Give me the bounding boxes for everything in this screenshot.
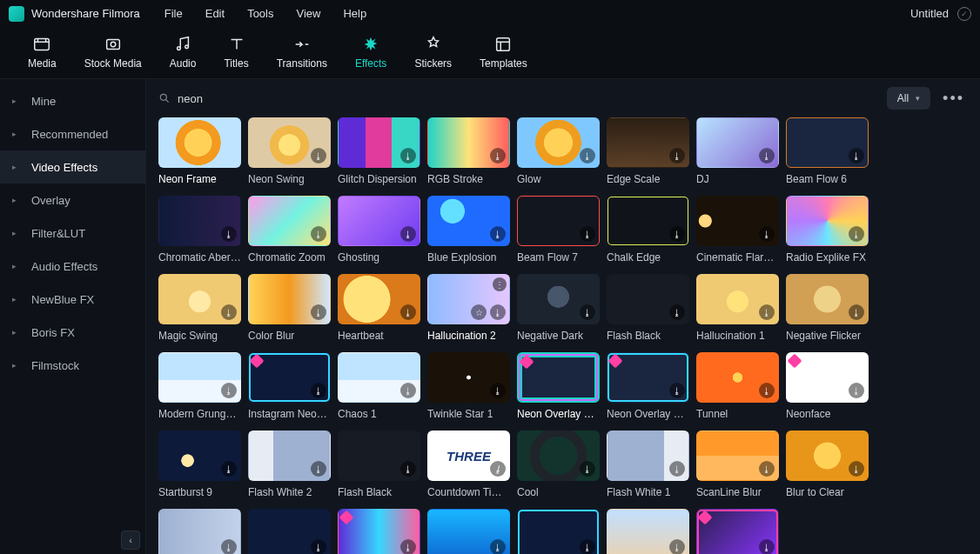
effect-card[interactable]	[517, 509, 600, 554]
menu-help[interactable]: Help	[343, 7, 366, 20]
document-title[interactable]: Untitled	[910, 7, 949, 20]
effect-thumbnail[interactable]	[696, 274, 779, 324]
download-icon[interactable]	[311, 383, 326, 398]
effect-thumbnail[interactable]	[696, 509, 779, 554]
effect-thumbnail[interactable]	[338, 509, 420, 554]
effect-card[interactable]	[607, 509, 689, 554]
download-icon[interactable]	[580, 148, 595, 164]
effect-card[interactable]: Flash Black	[338, 431, 420, 505]
effect-card[interactable]: Edge Scale	[607, 117, 689, 192]
effect-card[interactable]: Glitch Dispersion	[338, 117, 420, 192]
download-icon[interactable]	[400, 383, 416, 398]
effect-thumbnail[interactable]	[427, 352, 510, 403]
effect-card[interactable]: Cinematic Flares 1	[696, 196, 779, 270]
download-icon[interactable]	[669, 226, 685, 242]
effect-card[interactable]: Chaos 1	[338, 352, 420, 427]
effect-thumbnail[interactable]: THREE	[427, 431, 510, 481]
download-icon[interactable]	[759, 226, 775, 242]
sidebar-item-video-effects[interactable]: ▸Video Effects	[0, 150, 145, 184]
tab-media[interactable]: Media	[24, 33, 60, 71]
menu-tools[interactable]: Tools	[247, 7, 273, 20]
effect-thumbnail[interactable]	[786, 196, 869, 246]
effect-card[interactable]: Chalk Edge	[607, 196, 689, 270]
effect-card[interactable]: Radio Explike FX	[786, 196, 869, 270]
effect-thumbnail[interactable]	[517, 352, 600, 403]
sidebar-item-audio-effects[interactable]: ▸Audio Effects	[0, 250, 145, 283]
download-icon[interactable]	[849, 226, 864, 242]
effect-card[interactable]: Chromatic Aber…	[158, 196, 241, 270]
effect-card[interactable]	[696, 509, 779, 554]
effect-thumbnail[interactable]	[607, 196, 689, 246]
download-icon[interactable]	[669, 461, 685, 477]
effect-thumbnail[interactable]	[338, 352, 420, 403]
effect-thumbnail[interactable]	[158, 117, 241, 168]
effect-thumbnail[interactable]	[786, 352, 869, 403]
menu-file[interactable]: File	[164, 7, 183, 20]
effect-card[interactable]: Chromatic Zoom	[248, 196, 331, 270]
download-icon[interactable]	[669, 383, 685, 398]
effect-thumbnail[interactable]	[607, 509, 689, 554]
effect-card[interactable]: Neon Overlay V…	[517, 352, 600, 427]
download-icon[interactable]	[400, 148, 416, 164]
effect-card[interactable]: Twinkle Star 1	[427, 352, 510, 427]
effect-card[interactable]: Startburst 9	[158, 431, 241, 505]
tab-audio[interactable]: Audio	[166, 33, 200, 71]
sidebar-item-newblue-fx[interactable]: ▸NewBlue FX	[0, 283, 145, 316]
effect-card[interactable]: Heartbeat	[338, 274, 420, 349]
effect-thumbnail[interactable]	[158, 196, 241, 246]
tab-stock[interactable]: Stock Media	[81, 33, 145, 71]
download-icon[interactable]	[759, 304, 775, 320]
download-icon[interactable]	[221, 539, 237, 554]
download-icon[interactable]	[669, 304, 685, 320]
download-icon[interactable]	[311, 226, 326, 242]
effect-thumbnail[interactable]	[696, 352, 779, 403]
download-icon[interactable]	[490, 383, 506, 398]
effect-thumbnail[interactable]	[248, 509, 331, 554]
effect-thumbnail[interactable]	[158, 352, 241, 403]
effect-card[interactable]	[427, 509, 510, 554]
effect-thumbnail[interactable]	[786, 117, 869, 168]
effect-card[interactable]: Neon Swing	[248, 117, 331, 192]
effect-thumbnail[interactable]	[607, 431, 689, 481]
menu-edit[interactable]: Edit	[205, 7, 225, 20]
tab-templates[interactable]: Templates	[476, 33, 531, 71]
effect-card[interactable]: Beam Flow 7	[517, 196, 600, 270]
effect-thumbnail[interactable]	[248, 196, 331, 246]
effect-card[interactable]: Flash White 2	[248, 431, 331, 505]
download-icon[interactable]	[400, 304, 416, 320]
sidebar-item-mine[interactable]: ▸Mine	[0, 84, 145, 117]
effect-card[interactable]: Neon Overlay V…	[607, 352, 689, 427]
effect-thumbnail[interactable]	[427, 117, 510, 168]
download-icon[interactable]	[400, 226, 416, 242]
effect-card[interactable]	[338, 509, 420, 554]
effect-thumbnail[interactable]	[158, 509, 241, 554]
download-icon[interactable]	[490, 304, 506, 320]
download-icon[interactable]	[490, 539, 506, 554]
sidebar-item-overlay[interactable]: ▸Overlay	[0, 184, 145, 217]
download-icon[interactable]	[759, 148, 775, 164]
favorite-icon[interactable]	[471, 304, 487, 320]
effect-thumbnail[interactable]	[338, 274, 420, 324]
download-icon[interactable]	[759, 539, 775, 554]
effect-thumbnail[interactable]	[427, 196, 510, 246]
effect-card[interactable]: Hallucination 2	[427, 274, 510, 349]
effect-thumbnail[interactable]	[607, 352, 689, 403]
download-icon[interactable]	[221, 461, 237, 477]
effect-card[interactable]: Hallucination 1	[696, 274, 779, 349]
effect-thumbnail[interactable]	[786, 274, 869, 324]
effect-card[interactable]: Neon Frame	[158, 117, 241, 192]
tab-stickers[interactable]: Stickers	[411, 33, 455, 71]
download-icon[interactable]	[849, 383, 864, 398]
effect-card[interactable]: Modern Grunge…	[158, 352, 241, 427]
download-icon[interactable]	[311, 148, 326, 164]
effect-card[interactable]: Cool	[517, 431, 600, 505]
download-icon[interactable]	[849, 148, 864, 164]
effect-card[interactable]: Flash White 1	[607, 431, 689, 505]
sidebar-item-filmstock[interactable]: ▸Filmstock	[0, 349, 145, 382]
tab-titles[interactable]: Titles	[220, 33, 252, 71]
download-icon[interactable]	[490, 461, 506, 477]
download-icon[interactable]	[580, 226, 595, 242]
effect-card[interactable]: Blur to Clear	[786, 431, 869, 505]
effect-thumbnail[interactable]	[338, 196, 420, 246]
effect-thumbnail[interactable]	[248, 274, 331, 324]
